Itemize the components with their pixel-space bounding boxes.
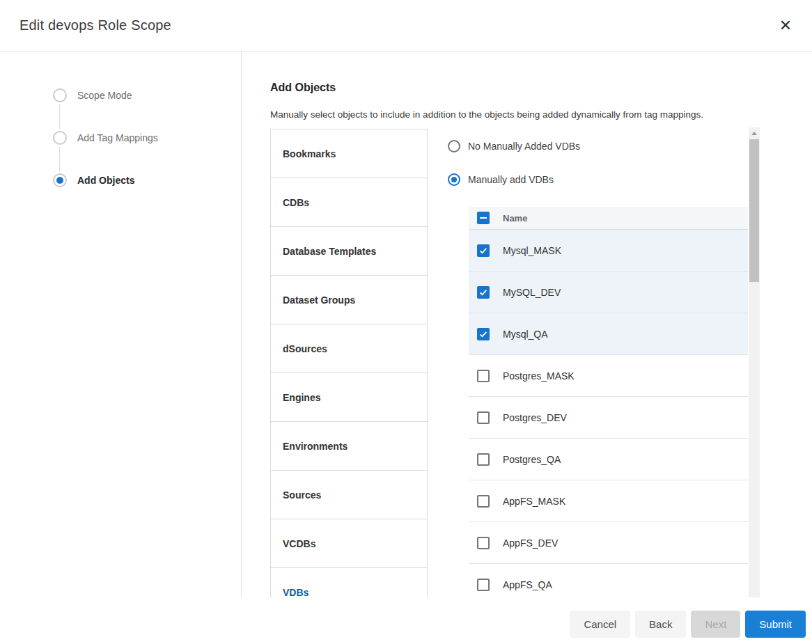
category-item-vcdbs[interactable]: VCDBs <box>271 519 427 568</box>
check-icon <box>478 329 488 339</box>
category-item-database-templates[interactable]: Database Templates <box>271 227 427 276</box>
check-icon <box>478 246 488 256</box>
vdb-radio-group: No Manually Added VDBsManually add VDBs <box>448 129 748 186</box>
category-label: VDBs <box>283 587 309 598</box>
back-button[interactable]: Back <box>635 611 686 638</box>
vdb-table: Name Mysql_MASKMySQL_DEVMysql_QAPostgres… <box>469 207 748 597</box>
indeterminate-icon <box>480 217 487 219</box>
table-body: Mysql_MASKMySQL_DEVMysql_QAPostgres_MASK… <box>469 230 748 597</box>
table-row-postgres-dev[interactable]: Postgres_DEV <box>469 397 748 439</box>
row-checkbox[interactable] <box>477 453 490 466</box>
step-label: Add Objects <box>77 175 134 186</box>
next-button[interactable]: Next <box>691 611 740 638</box>
active-step-dot-icon <box>56 177 63 184</box>
category-item-engines[interactable]: Engines <box>271 373 427 422</box>
category-label: Sources <box>283 489 321 501</box>
row-name: MySQL_DEV <box>503 287 561 298</box>
row-name: AppFS_MASK <box>503 496 565 507</box>
table-row-mysql-mask[interactable]: Mysql_MASK <box>469 230 748 272</box>
column-header-name: Name <box>503 213 527 223</box>
category-item-vdbs[interactable]: VDBs <box>271 568 427 597</box>
row-checkbox[interactable] <box>477 370 490 382</box>
step-label: Scope Mode <box>77 90 132 101</box>
scroll-up-button[interactable] <box>749 127 760 139</box>
radio-label: Manually add VDBs <box>468 174 554 185</box>
radio-button-icon <box>448 173 460 186</box>
table-row-mysql-qa[interactable]: Mysql_QA <box>469 313 748 355</box>
check-icon <box>478 288 488 297</box>
page-description: Manually select objects to include in ad… <box>270 109 812 120</box>
step-label: Add Tag Mappings <box>77 132 158 143</box>
edit-role-scope-dialog: Edit devops Role Scope ✕ Scope ModeAdd T… <box>0 0 812 644</box>
table-row-appfs-mask[interactable]: AppFS_MASK <box>469 480 748 522</box>
table-row-appfs-dev[interactable]: AppFS_DEV <box>469 522 748 564</box>
dialog-footer: Cancel Back Next Submit <box>570 611 806 638</box>
row-checkbox[interactable] <box>477 579 490 591</box>
radio-label: No Manually Added VDBs <box>468 141 580 152</box>
table-row-mysql-dev[interactable]: MySQL_DEV <box>469 272 748 313</box>
row-name: Mysql_MASK <box>503 245 561 256</box>
object-category-list: BookmarksCDBsDatabase TemplatesDataset G… <box>270 129 428 597</box>
category-item-environments[interactable]: Environments <box>271 422 427 471</box>
step-indicator-icon <box>53 131 67 145</box>
category-item-dsources[interactable]: dSources <box>271 324 427 373</box>
row-checkbox[interactable] <box>477 411 490 424</box>
row-name: Postgres_DEV <box>503 412 567 423</box>
close-icon: ✕ <box>779 18 792 33</box>
radio-dot-icon <box>451 177 457 182</box>
radio-button-icon <box>448 140 460 152</box>
category-label: Bookmarks <box>283 148 336 159</box>
category-item-cdbs[interactable]: CDBs <box>271 178 427 227</box>
stepper-step-scope-mode[interactable]: Scope Mode <box>53 88 241 102</box>
row-name: AppFS_QA <box>503 579 552 590</box>
table-row-postgres-qa[interactable]: Postgres_QA <box>469 439 748 480</box>
category-label: Engines <box>283 392 320 403</box>
main-content: Add Objects Manually select objects to i… <box>242 52 812 597</box>
radio-no-manually-added-vdbs[interactable]: No Manually Added VDBs <box>448 140 748 152</box>
radio-manually-add-vdbs[interactable]: Manually add VDBs <box>448 173 748 186</box>
category-label: Dataset Groups <box>283 294 355 306</box>
content-columns: BookmarksCDBsDatabase TemplatesDataset G… <box>270 129 812 597</box>
submit-button[interactable]: Submit <box>745 611 806 638</box>
table-row-appfs-qa[interactable]: AppFS_QA <box>469 564 748 597</box>
dialog-header: Edit devops Role Scope ✕ <box>0 0 812 52</box>
category-label: VCDBs <box>283 538 315 549</box>
step-indicator-icon <box>53 173 67 187</box>
row-checkbox[interactable] <box>477 328 490 340</box>
row-checkbox[interactable] <box>477 286 490 299</box>
step-indicator-icon <box>53 88 67 102</box>
stepper: Scope ModeAdd Tag MappingsAdd Objects <box>0 52 242 597</box>
stepper-step-add-tag-mappings[interactable]: Add Tag Mappings <box>53 131 241 145</box>
table-header-row: Name <box>469 207 748 230</box>
dialog-title: Edit devops Role Scope <box>19 17 171 33</box>
row-checkbox[interactable] <box>477 244 490 257</box>
stepper-step-add-objects[interactable]: Add Objects <box>53 173 241 187</box>
scrollbar[interactable] <box>749 127 760 597</box>
category-item-bookmarks[interactable]: Bookmarks <box>271 129 427 178</box>
category-item-sources[interactable]: Sources <box>271 471 427 519</box>
row-name: Postgres_MASK <box>503 370 575 382</box>
cancel-button[interactable]: Cancel <box>570 611 630 638</box>
row-name: Mysql_QA <box>503 329 548 340</box>
row-checkbox[interactable] <box>477 495 490 508</box>
select-all-checkbox[interactable] <box>477 212 490 224</box>
table-row-postgres-mask[interactable]: Postgres_MASK <box>469 355 748 397</box>
vdb-selection-panel: No Manually Added VDBsManually add VDBs … <box>448 129 748 597</box>
category-label: dSources <box>283 343 327 354</box>
scroll-up-arrow-icon <box>751 132 757 135</box>
scrollbar-thumb[interactable] <box>749 139 759 282</box>
row-name: AppFS_DEV <box>503 537 558 549</box>
category-label: Environments <box>283 441 348 452</box>
row-name: Postgres_QA <box>503 454 561 465</box>
row-checkbox[interactable] <box>477 537 490 549</box>
category-label: CDBs <box>283 197 309 208</box>
close-button[interactable]: ✕ <box>774 15 797 37</box>
page-title: Add Objects <box>270 81 812 94</box>
category-item-dataset-groups[interactable]: Dataset Groups <box>271 276 427 324</box>
dialog-body: Scope ModeAdd Tag MappingsAdd Objects Ad… <box>0 52 812 597</box>
category-label: Database Templates <box>283 246 376 257</box>
